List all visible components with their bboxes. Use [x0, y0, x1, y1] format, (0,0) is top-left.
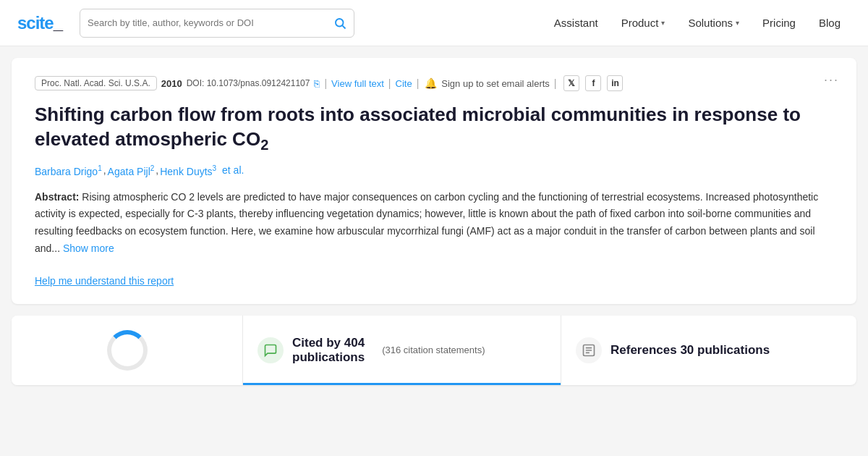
more-options-button[interactable]: ··· — [824, 72, 839, 88]
linkedin-icon[interactable]: in — [607, 75, 623, 91]
search-icon — [333, 17, 346, 30]
search-input[interactable] — [88, 17, 333, 28]
search-bar — [80, 9, 354, 38]
separator: | — [554, 77, 557, 89]
references-text: References 30 publications — [610, 343, 770, 358]
separator: | — [324, 77, 327, 89]
view-full-text-link[interactable]: View full text — [331, 78, 384, 89]
nav-item-pricing[interactable]: Pricing — [752, 11, 806, 35]
twitter-icon[interactable]: 𝕏 — [563, 75, 579, 91]
site-logo[interactable]: scite_ — [17, 13, 62, 33]
cited-by-text: Cited by 404 publications — [292, 336, 365, 365]
nav-item-blog[interactable]: Blog — [809, 11, 851, 35]
bell-icon: 🔔 — [425, 77, 437, 89]
stats-left-panel — [12, 316, 243, 385]
references-panel[interactable]: References 30 publications — [561, 316, 856, 385]
nav-item-product[interactable]: Product ▾ — [611, 11, 676, 35]
help-understand-link[interactable]: Help me understand this report — [35, 275, 174, 287]
references-icon — [576, 337, 602, 363]
stats-row: Cited by 404 publications (316 citation … — [12, 316, 856, 385]
cited-by-main: Cited by 404 publications — [292, 336, 365, 365]
abstract: Abstract: Rising atmospheric CO 2 levels… — [35, 189, 833, 258]
loading-spinner — [107, 330, 148, 371]
author-separator — [218, 164, 221, 177]
svg-point-0 — [336, 19, 344, 27]
meta-row: Proc. Natl. Acad. Sci. U.S.A. 2010 DOI: … — [35, 75, 833, 91]
chevron-down-icon: ▾ — [661, 19, 665, 27]
copy-doi-icon[interactable]: ⎘ — [314, 78, 320, 89]
nav-links: Assistant Product ▾ Solutions ▾ Pricing … — [544, 11, 851, 35]
facebook-icon[interactable]: f — [585, 75, 601, 91]
author-link-2[interactable]: Agata Pijl2 — [108, 164, 155, 177]
paper-card: ··· Proc. Natl. Acad. Sci. U.S.A. 2010 D… — [12, 58, 856, 304]
separator: | — [388, 77, 391, 89]
show-more-link[interactable]: Show more — [63, 242, 114, 254]
signup-alert-text: Sign up to set email alerts — [441, 78, 550, 89]
chevron-down-icon: ▾ — [736, 19, 739, 27]
paper-title: Shifting carbon flow from roots into ass… — [35, 103, 833, 154]
author-link-3[interactable]: Henk Duyts3 — [160, 164, 216, 177]
navbar: scite_ Assistant Product ▾ Solutions ▾ P… — [0, 0, 868, 46]
citation-statements-text: (316 citation statements) — [382, 345, 485, 355]
author-separator: , — [103, 164, 106, 177]
author-link-1[interactable]: Barbara Drigo1 — [35, 164, 102, 177]
main-content: ··· Proc. Natl. Acad. Sci. U.S.A. 2010 D… — [0, 46, 868, 397]
cite-link[interactable]: Cite — [396, 78, 412, 89]
et-al-link[interactable]: et al. — [222, 164, 244, 177]
authors-row: Barbara Drigo1 , Agata Pijl2 , Henk Duyt… — [35, 164, 833, 177]
svg-line-1 — [342, 25, 345, 28]
social-icons: 𝕏 f in — [563, 75, 623, 91]
cited-by-panel[interactable]: Cited by 404 publications (316 citation … — [243, 316, 561, 385]
nav-item-assistant[interactable]: Assistant — [544, 11, 608, 35]
journal-label: Proc. Natl. Acad. Sci. U.S.A. — [35, 76, 157, 90]
citation-bubble-icon — [258, 337, 284, 363]
separator: | — [417, 77, 420, 89]
doi-text: DOI: 10.1073/pnas.0912421107 — [187, 78, 310, 88]
author-separator: , — [156, 164, 158, 177]
nav-item-solutions[interactable]: Solutions ▾ — [678, 11, 749, 35]
publication-year: 2010 — [161, 78, 182, 89]
